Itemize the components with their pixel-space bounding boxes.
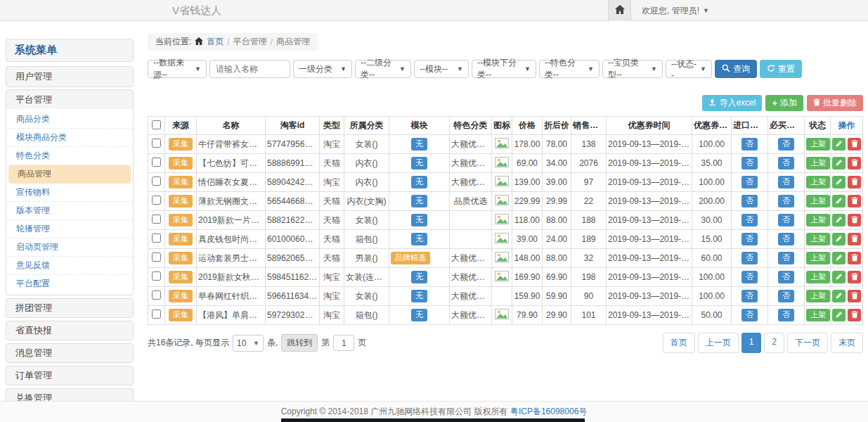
must-buy-toggle[interactable]: 否 — [778, 157, 794, 169]
add-button[interactable]: + 添加 — [765, 95, 803, 111]
jump-button[interactable]: 跳转到 — [281, 334, 318, 352]
delete-button[interactable] — [848, 176, 861, 188]
filter-select[interactable]: --特色分类--▼ — [539, 60, 600, 78]
status-badge[interactable]: 上架 — [806, 309, 830, 321]
import-optional-toggle[interactable]: 否 — [741, 309, 758, 321]
pager-button[interactable]: 上一页 — [698, 333, 739, 353]
status-badge[interactable]: 上架 — [806, 176, 830, 188]
must-buy-toggle[interactable]: 否 — [778, 138, 794, 150]
delete-button[interactable] — [848, 271, 861, 283]
status-badge[interactable]: 上架 — [806, 271, 830, 283]
row-checkbox[interactable] — [152, 215, 161, 224]
must-buy-toggle[interactable]: 否 — [778, 309, 794, 321]
filter-select[interactable]: --二级分类--▼ — [355, 60, 411, 78]
sidebar-section-users[interactable]: 用户管理 — [6, 66, 134, 87]
delete-button[interactable] — [848, 252, 861, 264]
sidebar-section[interactable]: 消息管理 — [6, 343, 134, 363]
status-badge[interactable]: 上架 — [806, 157, 830, 169]
search-button[interactable]: 查询 — [715, 60, 757, 78]
must-buy-toggle[interactable]: 否 — [778, 176, 794, 188]
must-buy-toggle[interactable]: 否 — [778, 195, 794, 207]
row-checkbox[interactable] — [152, 271, 161, 281]
home-button[interactable] — [608, 0, 631, 21]
must-buy-toggle[interactable]: 否 — [778, 233, 794, 245]
name-search-input[interactable] — [209, 60, 290, 78]
filter-select[interactable]: --状态--▼ — [666, 60, 712, 78]
breadcrumb-home-link[interactable]: 首页 — [207, 36, 224, 48]
import-optional-toggle[interactable]: 否 — [741, 195, 758, 207]
delete-button[interactable] — [848, 290, 861, 302]
must-buy-toggle[interactable]: 否 — [778, 290, 794, 302]
page-size-select[interactable]: 10 ▼ — [233, 335, 264, 352]
filter-select[interactable]: --模块下分类--▼ — [472, 60, 536, 78]
delete-button[interactable] — [848, 214, 861, 226]
sidebar-section[interactable]: 省直快报 — [6, 321, 134, 340]
data-source-select[interactable]: --数据来源--▼ — [148, 60, 207, 78]
sidebar-subitem[interactable]: 特色分类 — [7, 147, 132, 165]
edit-button[interactable] — [832, 309, 846, 321]
sidebar-subitem[interactable]: 商品分类 — [7, 110, 132, 129]
row-checkbox[interactable] — [152, 196, 161, 205]
row-checkbox[interactable] — [152, 177, 161, 186]
sidebar-section-platform[interactable]: 平台管理 — [6, 89, 134, 110]
filter-select[interactable]: 一级分类▼ — [293, 60, 352, 78]
status-badge[interactable]: 上架 — [806, 214, 830, 226]
pager-button[interactable]: 1 — [741, 333, 762, 353]
sidebar-subitem[interactable]: 模块商品分类 — [7, 129, 132, 147]
edit-button[interactable] — [832, 233, 846, 245]
edit-button[interactable] — [832, 271, 846, 283]
sidebar-subitem[interactable]: 版本管理 — [7, 202, 132, 220]
row-checkbox[interactable] — [152, 234, 161, 243]
status-badge[interactable]: 上架 — [806, 252, 830, 264]
delete-button[interactable] — [848, 309, 861, 321]
edit-button[interactable] — [832, 195, 846, 207]
edit-button[interactable] — [832, 176, 846, 188]
delete-button[interactable] — [848, 157, 861, 170]
pager-button[interactable]: 首页 — [663, 333, 695, 353]
pager-button[interactable]: 2 — [764, 333, 784, 353]
pager-button[interactable]: 下一页 — [787, 333, 828, 353]
edit-button[interactable] — [832, 290, 846, 302]
sidebar-section[interactable]: 兑换管理 — [6, 388, 134, 401]
batch-delete-button[interactable]: 批量删除 — [807, 95, 863, 111]
edit-button[interactable] — [832, 138, 846, 151]
import-optional-toggle[interactable]: 否 — [741, 271, 758, 283]
pager-button[interactable]: 末页 — [831, 333, 863, 353]
must-buy-toggle[interactable]: 否 — [778, 214, 794, 226]
filter-select[interactable]: --模块--▼ — [414, 60, 469, 78]
import-optional-toggle[interactable]: 否 — [741, 233, 758, 245]
edit-button[interactable] — [832, 214, 846, 226]
sidebar-subitem[interactable]: 意见反馈 — [7, 257, 132, 275]
sidebar-subitem[interactable]: 宣传物料 — [7, 184, 132, 202]
icp-link[interactable]: 粤ICP备16098006号 — [510, 406, 587, 418]
bottom-scrollbar[interactable] — [281, 418, 585, 422]
import-optional-toggle[interactable]: 否 — [741, 252, 758, 264]
import-optional-toggle[interactable]: 否 — [741, 290, 758, 302]
filter-select[interactable]: --宝贝类型--▼ — [602, 60, 663, 78]
user-menu[interactable]: 欢迎您, 管理员! ▼ — [631, 0, 709, 21]
sidebar-subitem[interactable]: 商品管理 — [8, 165, 131, 184]
edit-button[interactable] — [832, 157, 846, 170]
sidebar-subitem[interactable]: 启动页管理 — [7, 238, 132, 257]
import-optional-toggle[interactable]: 否 — [741, 138, 758, 150]
row-checkbox[interactable] — [152, 252, 161, 262]
sidebar-subitem[interactable]: 轮播管理 — [7, 220, 132, 238]
delete-button[interactable] — [848, 138, 861, 151]
delete-button[interactable] — [848, 233, 861, 245]
sidebar-section[interactable]: 订单管理 — [6, 366, 134, 385]
import-optional-toggle[interactable]: 否 — [741, 176, 758, 188]
import-excel-button[interactable]: 导入excel — [702, 95, 762, 111]
row-checkbox[interactable] — [152, 290, 161, 300]
sidebar-subitem[interactable]: 平台配置 — [7, 275, 132, 293]
page-number-input[interactable] — [333, 335, 354, 351]
row-checkbox[interactable] — [152, 139, 161, 148]
must-buy-toggle[interactable]: 否 — [778, 252, 794, 264]
row-checkbox[interactable] — [152, 309, 161, 319]
sidebar-section[interactable]: 拼团管理 — [6, 298, 134, 318]
status-badge[interactable]: 上架 — [806, 195, 830, 207]
import-optional-toggle[interactable]: 否 — [741, 157, 758, 169]
select-all-checkbox[interactable] — [152, 120, 161, 129]
edit-button[interactable] — [832, 252, 846, 264]
status-badge[interactable]: 上架 — [806, 290, 830, 302]
must-buy-toggle[interactable]: 否 — [778, 271, 794, 283]
